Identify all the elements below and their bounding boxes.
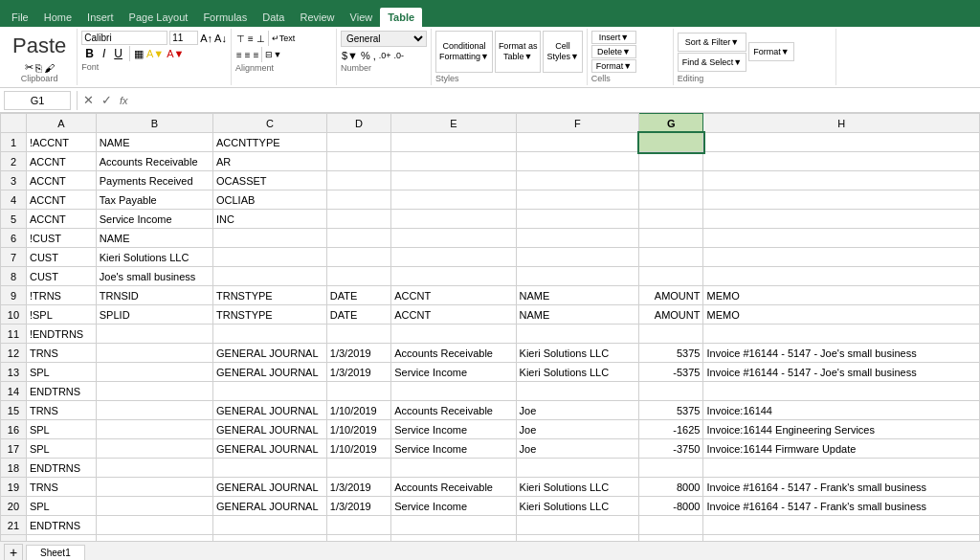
format-table-btn[interactable]: Format▼ <box>748 42 793 61</box>
cell-a18[interactable]: ENDTRNS <box>26 459 96 478</box>
cell-d12[interactable]: 1/3/2019 <box>326 344 390 363</box>
new-sheet-button[interactable]: + <box>4 544 23 561</box>
cell-g16[interactable]: -1625 <box>639 420 703 439</box>
cell-b12[interactable] <box>96 344 212 363</box>
row-header[interactable]: 19 <box>1 478 27 497</box>
cell-b19[interactable] <box>96 478 212 497</box>
row-header[interactable]: 18 <box>1 459 27 478</box>
cell-h8[interactable] <box>703 267 980 286</box>
cell-b11[interactable] <box>96 325 212 344</box>
comma-button[interactable]: , <box>372 49 377 62</box>
cell-d11[interactable] <box>326 325 390 344</box>
row-header[interactable]: 20 <box>1 497 27 516</box>
cell-h9[interactable]: MEMO <box>703 286 980 305</box>
merge-button[interactable]: ⊟▼ <box>264 49 282 60</box>
row-header[interactable]: 10 <box>1 305 27 325</box>
cell-e21[interactable] <box>391 516 516 535</box>
cell-h16[interactable]: Invoice:16144 Engineering Services <box>703 420 980 439</box>
cell-g21[interactable] <box>639 516 703 535</box>
cell-c1[interactable]: ACCNTTYPE <box>212 133 326 152</box>
cell-h11[interactable] <box>703 325 980 344</box>
cell-d7[interactable] <box>326 248 390 267</box>
fill-color-button[interactable]: A▼ <box>145 47 165 60</box>
cell-f19[interactable]: Kieri Solutions LLC <box>516 478 639 497</box>
align-top-button[interactable]: ⊤ <box>235 33 246 45</box>
cell-f5[interactable] <box>516 210 639 229</box>
cell-g9[interactable]: AMOUNT <box>639 286 703 305</box>
font-size-inc-button[interactable]: A↑ <box>200 33 212 44</box>
row-header[interactable]: 5 <box>1 210 27 229</box>
cell-f13[interactable]: Kieri Solutions LLC <box>516 363 639 382</box>
col-header-b[interactable]: B <box>96 114 212 133</box>
col-header-h[interactable]: H <box>703 114 980 133</box>
row-header[interactable]: 15 <box>1 401 27 420</box>
cell-e8[interactable] <box>391 267 516 286</box>
cell-c8[interactable] <box>212 267 326 286</box>
cell-h4[interactable] <box>703 190 980 210</box>
font-size-dec-button[interactable]: A↓ <box>214 33 227 44</box>
cell-f10[interactable]: NAME <box>516 305 639 325</box>
cell-f6[interactable] <box>516 229 639 248</box>
cell-g3[interactable] <box>639 171 703 190</box>
cell-b20[interactable] <box>96 497 212 516</box>
cell-e5[interactable] <box>391 210 516 229</box>
col-header-e[interactable]: E <box>391 114 516 133</box>
cell-h19[interactable]: Invoice #16164 - 5147 - Frank's small bu… <box>703 478 980 497</box>
cell-f2[interactable] <box>516 152 639 171</box>
cell-f7[interactable] <box>516 248 639 267</box>
cell-c9[interactable]: TRNSTYPE <box>212 286 326 305</box>
tab-home[interactable]: Home <box>36 8 79 27</box>
cell-e16[interactable]: Service Income <box>391 420 516 439</box>
row-header[interactable]: 6 <box>1 229 27 248</box>
cell-d5[interactable] <box>326 210 390 229</box>
cell-a11[interactable]: !ENDTRNS <box>26 325 96 344</box>
cell-h2[interactable] <box>703 152 980 171</box>
tab-review[interactable]: Review <box>292 8 342 27</box>
cell-a12[interactable]: TRNS <box>26 344 96 363</box>
cell-h14[interactable] <box>703 382 980 401</box>
cell-g7[interactable] <box>639 248 703 267</box>
cell-g10[interactable]: AMOUNT <box>639 305 703 325</box>
font-color-button[interactable]: A▼ <box>166 47 185 60</box>
cell-g20[interactable]: -8000 <box>639 497 703 516</box>
cell-c4[interactable]: OCLIAB <box>212 190 326 210</box>
cell-c3[interactable]: OCASSET <box>212 171 326 190</box>
cell-c19[interactable]: GENERAL JOURNAL <box>212 478 326 497</box>
wrap-text-button[interactable]: ↵Text <box>271 33 297 44</box>
cell-d2[interactable] <box>326 152 390 171</box>
cell-c16[interactable]: GENERAL JOURNAL <box>212 420 326 439</box>
cell-e17[interactable]: Service Income <box>391 439 516 459</box>
cell-f16[interactable]: Joe <box>516 420 639 439</box>
cell-d16[interactable]: 1/10/2019 <box>326 420 390 439</box>
cell-e14[interactable] <box>391 382 516 401</box>
cell-d9[interactable]: DATE <box>326 286 390 305</box>
cell-c13[interactable]: GENERAL JOURNAL <box>212 363 326 382</box>
cell-b22[interactable] <box>96 535 212 542</box>
cell-g11[interactable] <box>639 325 703 344</box>
cell-h22[interactable]: Invoice:16164 <box>703 535 980 542</box>
cell-h10[interactable]: MEMO <box>703 305 980 325</box>
cell-b16[interactable] <box>96 420 212 439</box>
cell-c22[interactable]: GENERAL JOURNAL <box>212 535 326 542</box>
row-header[interactable]: 4 <box>1 190 27 210</box>
format-button[interactable]: Format▼ <box>591 59 636 73</box>
cell-c5[interactable]: INC <box>212 210 326 229</box>
number-format-select[interactable]: General Number Currency Date Text <box>341 31 427 47</box>
cell-h1[interactable] <box>703 133 980 152</box>
row-header[interactable]: 12 <box>1 344 27 363</box>
row-header[interactable]: 16 <box>1 420 27 439</box>
cell-a17[interactable]: SPL <box>26 439 96 459</box>
row-header[interactable]: 13 <box>1 363 27 382</box>
cell-c18[interactable] <box>212 459 326 478</box>
cell-f4[interactable] <box>516 190 639 210</box>
cell-d18[interactable] <box>326 459 390 478</box>
cell-d14[interactable] <box>326 382 390 401</box>
cell-a20[interactable]: SPL <box>26 497 96 516</box>
tab-formulas[interactable]: Formulas <box>195 8 255 27</box>
align-middle-button[interactable]: ≡ <box>247 33 255 45</box>
cell-b13[interactable] <box>96 363 212 382</box>
underline-button[interactable]: U <box>110 46 126 61</box>
tab-data[interactable]: Data <box>255 8 292 27</box>
cell-d13[interactable]: 1/3/2019 <box>326 363 390 382</box>
cell-h21[interactable] <box>703 516 980 535</box>
